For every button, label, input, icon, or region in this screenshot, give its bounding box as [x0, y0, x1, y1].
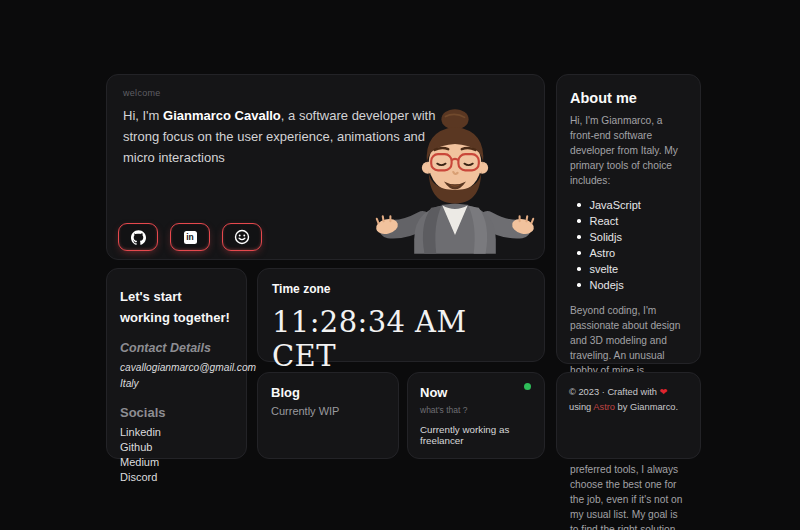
bullet-icon	[577, 203, 581, 207]
about-paragraph: While I have some preferred tools, I alw…	[570, 447, 687, 530]
tools-list: JavaScript React Solidjs Astro svelte No…	[570, 197, 687, 293]
now-hint[interactable]: what's that ?	[420, 405, 532, 415]
intro-prefix: Hi, I'm	[123, 108, 163, 123]
tool-item: React	[577, 213, 687, 229]
socials-links: Linkedin Github Medium Discord	[120, 425, 233, 485]
timezone-title: Time zone	[272, 282, 530, 296]
social-link-linkedin[interactable]: Linkedin	[120, 425, 233, 440]
tool-item: Solidjs	[577, 229, 687, 245]
welcome-card: welcome Hi, I'm Gianmarco Cavallo, a sof…	[106, 74, 545, 260]
footer-prefix: © 2023 · Crafted with	[569, 387, 657, 397]
bullet-icon	[577, 251, 581, 255]
astro-link[interactable]: Astro	[593, 402, 615, 412]
github-social-button[interactable]	[118, 223, 158, 251]
socials-heading: Socials	[120, 405, 233, 420]
now-status: Currently working as freelancer	[420, 424, 532, 446]
about-card: About me Hi, I'm Gianmarco, a front-end …	[556, 74, 701, 364]
github-icon	[131, 230, 146, 245]
timezone-card: Time zone 11:28:34 AM CET	[257, 268, 545, 362]
blog-card: Blog Currently WIP	[257, 372, 399, 459]
clock-display: 11:28:34 AM CET	[272, 305, 530, 373]
social-buttons-row: in	[118, 223, 262, 251]
bullet-icon	[577, 283, 581, 287]
contact-location: Italy	[120, 376, 233, 392]
bullet-icon	[577, 235, 581, 239]
contact-title: Let's start working together!	[120, 286, 233, 328]
contact-card: Let's start working together! Contact De…	[106, 268, 247, 459]
blog-status: Currently WIP	[271, 405, 385, 417]
now-title: Now	[420, 385, 532, 400]
blog-title: Blog	[271, 385, 385, 400]
footer-card: © 2023 · Crafted with ❤ using Astro by G…	[556, 372, 701, 459]
social-link-github[interactable]: Github	[120, 440, 233, 455]
tool-item: Nodejs	[577, 277, 687, 293]
tool-item: Astro	[577, 245, 687, 261]
memoji-avatar	[370, 89, 540, 260]
social-link-discord[interactable]: Discord	[120, 470, 233, 485]
tool-item: JavaScript	[577, 197, 687, 213]
heart-icon: ❤	[660, 387, 668, 397]
linkedin-social-button[interactable]: in	[170, 223, 210, 251]
bullet-icon	[577, 267, 581, 271]
footer-suffix: by Gianmarco.	[618, 402, 678, 412]
portfolio-page: welcome Hi, I'm Gianmarco Cavallo, a sof…	[0, 0, 800, 530]
about-intro: Hi, I'm Gianmarco, a front-end software …	[570, 113, 687, 188]
bullet-icon	[577, 219, 581, 223]
contact-details-heading: Contact Details	[120, 341, 233, 355]
author-name: Gianmarco Cavallo	[163, 108, 281, 123]
status-indicator-dot	[524, 383, 531, 390]
about-title: About me	[570, 90, 687, 106]
footer-text: © 2023 · Crafted with ❤ using Astro by G…	[569, 385, 688, 414]
smiley-icon	[234, 229, 250, 245]
linkedin-icon: in	[184, 231, 197, 244]
social-link-medium[interactable]: Medium	[120, 455, 233, 470]
tool-item: svelte	[577, 261, 687, 277]
smiley-social-button[interactable]	[222, 223, 262, 251]
now-card: Now what's that ? Currently working as f…	[407, 372, 545, 459]
contact-email[interactable]: cavallogianmarco@gmail.com	[120, 360, 233, 376]
footer-middle: using	[569, 402, 591, 412]
